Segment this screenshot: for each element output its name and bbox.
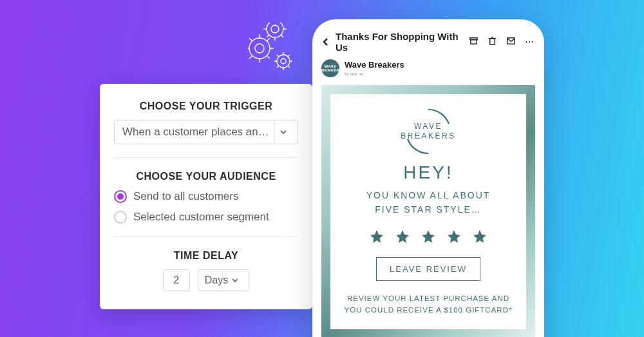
delay-unit-value: Days (205, 274, 228, 286)
delay-value-input[interactable]: 2 (163, 269, 190, 291)
svg-line-7 (267, 35, 269, 37)
svg-line-26 (288, 55, 290, 57)
divider (114, 157, 298, 158)
recipient-line[interactable]: to me (345, 71, 404, 77)
radio-icon-selected (114, 190, 127, 203)
chevron-down-icon (274, 120, 291, 144)
phone-preview: Thanks For Shopping With Us ⋯ WAVEBREAKE… (312, 19, 544, 337)
delay-value: 2 (173, 274, 179, 286)
star-icon (421, 229, 436, 244)
gear-icon-cluster (248, 23, 312, 81)
email-subhead: YOU KNOW ALL ABOUT FIVE STAR STYLE… (342, 188, 515, 217)
svg-line-29 (277, 55, 279, 57)
trigger-select-value: When a customer places an order (122, 126, 269, 139)
svg-line-6 (281, 23, 283, 23)
star-icon (472, 229, 488, 244)
svg-line-28 (288, 66, 290, 68)
trash-icon[interactable] (488, 36, 497, 48)
audience-option-segment[interactable]: Selected customer segment (114, 211, 298, 224)
leave-review-button[interactable]: LEAVE REVIEW (376, 257, 480, 281)
email-greeting: HEY! (342, 162, 515, 183)
sender-row: WAVEBREAKERS Wave Breakers to me (321, 59, 535, 77)
svg-point-20 (281, 59, 286, 64)
back-icon[interactable] (321, 37, 330, 46)
svg-line-27 (277, 66, 279, 68)
svg-line-16 (267, 38, 270, 41)
chevron-down-icon (232, 274, 243, 286)
audience-option-all[interactable]: Send to all customers (114, 190, 298, 203)
svg-line-9 (267, 23, 269, 23)
mail-icon[interactable] (506, 36, 516, 48)
brand-logo: WAVEBREAKERS (404, 107, 453, 156)
sender-avatar: WAVEBREAKERS (321, 59, 339, 77)
divider (114, 236, 298, 237)
svg-line-8 (281, 35, 283, 37)
svg-line-17 (249, 55, 252, 59)
delay-title: TIME DELAY (114, 250, 298, 262)
svg-rect-31 (471, 39, 477, 44)
phone-header: Thanks For Shopping With Us ⋯ (321, 31, 535, 53)
trigger-title: CHOOSE YOUR TRIGGER (114, 101, 298, 112)
audience-title: CHOOSE YOUR AUDIENCE (114, 171, 298, 182)
audience-option-label: Send to all customers (133, 190, 238, 203)
trigger-select[interactable]: When a customer places an order (114, 120, 298, 144)
star-rating (342, 229, 515, 244)
svg-line-19 (249, 38, 252, 41)
audience-option-label: Selected customer segment (133, 211, 269, 224)
delay-unit-select[interactable]: Days (198, 269, 249, 291)
sender-name: Wave Breakers (345, 60, 404, 70)
automation-settings-card: CHOOSE YOUR TRIGGER When a customer plac… (100, 84, 312, 309)
archive-icon[interactable] (469, 36, 478, 48)
svg-point-0 (271, 25, 279, 33)
email-body: WAVEBREAKERS HEY! YOU KNOW ALL ABOUT FIV… (321, 85, 535, 337)
email-subject: Thanks For Shopping With Us (336, 31, 464, 53)
svg-line-18 (267, 55, 270, 59)
star-icon (395, 229, 410, 244)
radio-icon (114, 211, 127, 224)
svg-rect-32 (490, 38, 495, 44)
promo-text: REVIEW YOUR LATEST PURCHASE AND YOU COUL… (342, 293, 515, 316)
star-icon (369, 229, 384, 244)
background: CHOOSE YOUR TRIGGER When a customer plac… (0, 0, 644, 337)
svg-point-10 (255, 44, 264, 53)
star-icon (446, 229, 462, 244)
more-icon[interactable]: ⋯ (525, 37, 535, 47)
